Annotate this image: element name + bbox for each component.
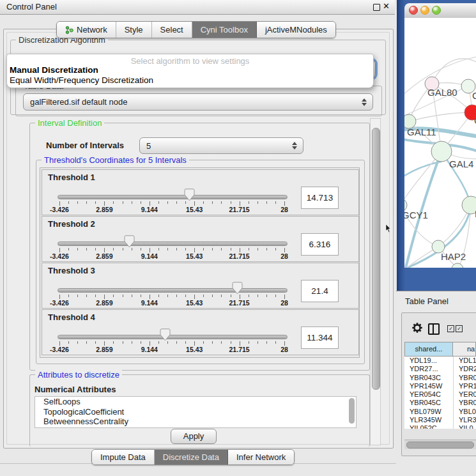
tab-impute-data[interactable]: Impute Data bbox=[92, 450, 155, 464]
cell-shared-name[interactable]: YDL19... bbox=[410, 357, 437, 365]
cell-name[interactable]: YBR0 bbox=[459, 374, 476, 382]
minimize-light[interactable] bbox=[420, 6, 429, 15]
columns-icon[interactable] bbox=[428, 323, 440, 335]
popup-option-manual-discretization[interactable]: Manual Discretization bbox=[10, 65, 98, 75]
table-horizontal-scrollbar[interactable] bbox=[404, 440, 476, 449]
table-row[interactable]: YDR27...YDR2 bbox=[404, 365, 476, 373]
cell-name[interactable]: YDL1 bbox=[459, 357, 476, 365]
tick-mark bbox=[203, 295, 204, 297]
tick-mark bbox=[132, 295, 132, 297]
table-rows[interactable]: YDL19...YDL1YDR27...YDR2YBR043CYBR0YPR14… bbox=[404, 357, 476, 429]
cell-shared-name[interactable]: YIL052C bbox=[410, 424, 437, 429]
table-row[interactable]: YPR145WYPR1 bbox=[404, 382, 476, 390]
tab-select[interactable]: Select bbox=[152, 22, 192, 38]
cell-shared-name[interactable]: YBR043C bbox=[410, 374, 441, 382]
tick-mark bbox=[150, 201, 150, 206]
slider-handle[interactable] bbox=[160, 328, 171, 341]
cell-shared-name[interactable]: YPR145W bbox=[410, 382, 442, 390]
table-row[interactable]: YIL052CYIL0 bbox=[404, 424, 476, 429]
checkbox-icon[interactable]: ✓ bbox=[447, 325, 454, 332]
tab-style[interactable]: Style bbox=[116, 22, 152, 38]
tick-label: 9.144 bbox=[135, 206, 164, 213]
attribute-item-selfloops[interactable]: SelfLoops bbox=[35, 397, 356, 407]
table-row[interactable]: YDL19...YDL1 bbox=[404, 357, 476, 365]
tick-label: 15.43 bbox=[180, 206, 209, 213]
tick-mark bbox=[167, 201, 168, 204]
tick-mark bbox=[123, 295, 123, 297]
tick-mark bbox=[266, 201, 267, 204]
threshold-value-field[interactable]: 14.713 bbox=[301, 187, 339, 209]
attribute-item-betweennesscentrality[interactable]: BetweennessCentrality bbox=[35, 417, 356, 427]
numerical-attributes-list[interactable]: SelfLoopsTopologicalCoefficientBetweenne… bbox=[35, 396, 357, 428]
cell-shared-name[interactable]: YDR27... bbox=[410, 365, 438, 373]
tick-mark bbox=[249, 248, 249, 250]
cell-name[interactable]: YLR3 bbox=[459, 416, 476, 424]
tick-label: 15.43 bbox=[180, 299, 209, 307]
tab-infer-network[interactable]: Infer Network bbox=[228, 450, 294, 464]
slider-track[interactable] bbox=[58, 335, 288, 339]
cell-shared-name[interactable]: YLR345W bbox=[410, 416, 441, 424]
threshold-label: Threshold 3 bbox=[48, 266, 95, 275]
network-window-titlebar[interactable] bbox=[404, 3, 476, 19]
tick-mark bbox=[158, 341, 159, 344]
threshold-value-field[interactable]: 11.344 bbox=[301, 326, 339, 349]
slider-handle[interactable] bbox=[184, 188, 195, 201]
zoom-light[interactable] bbox=[432, 6, 441, 15]
tick-mark bbox=[59, 201, 60, 206]
cell-name[interactable]: YER0 bbox=[459, 390, 476, 399]
scrollbar-thumb[interactable] bbox=[406, 441, 474, 449]
tick-label: 2.859 bbox=[89, 206, 119, 213]
table-row[interactable]: YBR043CYBR0 bbox=[404, 374, 476, 382]
threshold-row-1: Threshold 1-3.4262.8599.14415.4321.71528… bbox=[42, 169, 359, 215]
panel-vertical-scrollbar[interactable] bbox=[370, 118, 381, 445]
tick-label: 21.715 bbox=[225, 252, 254, 260]
tick-mark bbox=[221, 248, 222, 250]
slider-handle[interactable] bbox=[124, 235, 135, 248]
cell-name[interactable]: YBL0 bbox=[459, 408, 476, 416]
slider-track[interactable] bbox=[58, 195, 288, 199]
tab-cyni-toolbox[interactable]: Cyni Toolbox bbox=[192, 22, 257, 38]
cell-name[interactable]: YIL0 bbox=[459, 424, 473, 429]
tick-mark bbox=[185, 341, 186, 344]
popup-option-equal-width-frequency[interactable]: Equal Width/Frequency Discretization bbox=[10, 75, 153, 85]
column-header-name[interactable]: na bbox=[453, 342, 476, 357]
cell-name[interactable]: YDR2 bbox=[459, 365, 476, 373]
close-light[interactable] bbox=[409, 6, 418, 15]
tick-mark bbox=[68, 295, 69, 297]
network-node-h[interactable] bbox=[462, 196, 476, 214]
list-scrollbar[interactable] bbox=[349, 398, 355, 424]
apply-button[interactable]: Apply bbox=[171, 429, 217, 444]
cell-shared-name[interactable]: YER054C bbox=[410, 390, 441, 399]
table-row[interactable]: YER054CYER0 bbox=[404, 390, 476, 399]
tick-mark bbox=[141, 295, 141, 297]
gear-icon[interactable] bbox=[411, 322, 423, 334]
cell-shared-name[interactable]: YBL079W bbox=[410, 408, 441, 416]
table-row[interactable]: YBL079WYBL0 bbox=[404, 408, 476, 416]
close-icon[interactable]: ✕ bbox=[383, 1, 390, 11]
cell-shared-name[interactable]: YBR045C bbox=[410, 399, 441, 407]
scrollbar-thumb[interactable] bbox=[372, 128, 380, 390]
threshold-value-field[interactable]: 6.316 bbox=[301, 233, 339, 256]
slider-track[interactable] bbox=[58, 288, 288, 293]
table-row[interactable]: YBR045CYBR0 bbox=[404, 399, 476, 407]
tab-jactivemnodules[interactable]: jActiveMNodules bbox=[257, 22, 335, 38]
threshold-value-field[interactable]: 21.4 bbox=[301, 280, 339, 302]
tab-discretize-data[interactable]: Discretize Data bbox=[155, 450, 228, 464]
cell-name[interactable]: YBR0 bbox=[459, 399, 476, 407]
number-of-intervals-select[interactable]: 5 bbox=[139, 137, 303, 154]
tab-network[interactable]: Network bbox=[57, 22, 116, 38]
checkbox-icon[interactable]: ✓ bbox=[456, 325, 463, 332]
slider-track[interactable] bbox=[58, 242, 288, 246]
attribute-item-topologicalcoefficient[interactable]: TopologicalCoefficient bbox=[35, 407, 356, 417]
tick-mark bbox=[141, 248, 141, 250]
table-data-select[interactable]: galFiltered.sif default node bbox=[23, 93, 373, 111]
tick-label: 9.144 bbox=[135, 252, 164, 260]
cell-name[interactable]: YPR1 bbox=[459, 382, 476, 390]
tick-mark bbox=[266, 248, 267, 250]
column-header-shared-name[interactable]: shared... bbox=[404, 342, 453, 357]
table-row[interactable]: YLR345WYLR3 bbox=[404, 416, 476, 424]
network-view-canvas[interactable]: GAL80GCGAL11GAL4GCY1HHAP2 bbox=[404, 18, 476, 268]
tick-mark bbox=[158, 201, 159, 204]
slider-handle[interactable] bbox=[232, 282, 243, 295]
float-window-icon[interactable] bbox=[373, 4, 380, 11]
